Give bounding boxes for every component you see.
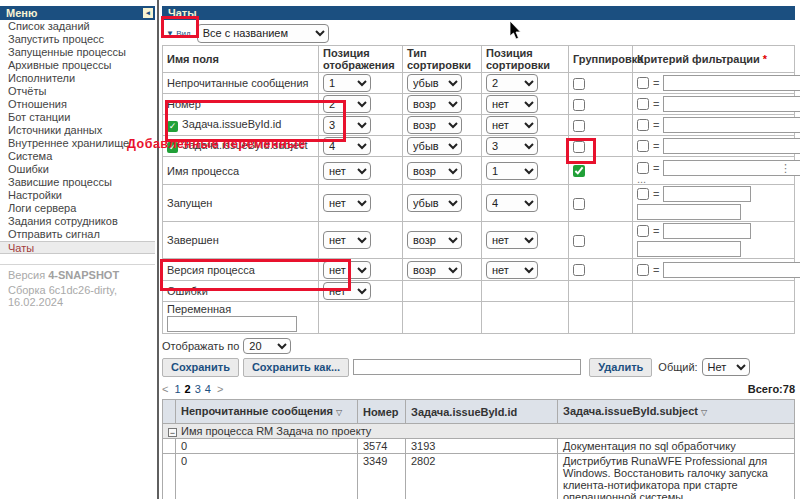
sort-indicator-icon[interactable]: ▽: [701, 408, 707, 417]
display-pos-select[interactable]: нет: [323, 282, 371, 300]
filter-from-input[interactable]: [663, 186, 751, 202]
sort-pos-select[interactable]: нет: [486, 95, 538, 113]
display-pos-select[interactable]: 4: [323, 137, 371, 155]
sidebar-item-stuck-processes[interactable]: Зависшие процессы: [0, 176, 155, 189]
sidebar-item-running-processes[interactable]: Запущенные процессы: [0, 46, 155, 59]
sidebar-item-send-signal[interactable]: Отправить сигнал: [0, 228, 155, 241]
filter-input[interactable]: [663, 138, 800, 154]
sort-type-select[interactable]: возр: [407, 95, 462, 113]
save-button[interactable]: Сохранить: [162, 358, 239, 377]
save-as-button[interactable]: Сохранить как...: [243, 358, 349, 377]
filter-to-input[interactable]: [637, 241, 741, 257]
view-select[interactable]: Все с названием: [197, 24, 329, 43]
page-link-1[interactable]: 1: [174, 383, 180, 395]
filter-checkbox[interactable]: [637, 188, 649, 200]
sort-type-select[interactable]: убыв: [407, 137, 462, 155]
sort-type-select[interactable]: убыв: [407, 74, 462, 92]
sort-type-select[interactable]: возр: [407, 261, 462, 279]
sidebar-item-task-list[interactable]: Список заданий: [0, 20, 155, 33]
sidebar-item-server-logs[interactable]: Логи сервера: [0, 202, 155, 215]
field-name: Версия процесса: [167, 264, 255, 276]
field-name: Непрочитанные сообщения: [167, 77, 309, 89]
filter-input[interactable]: [663, 117, 800, 133]
filter-from-input[interactable]: [663, 223, 751, 239]
sidebar-item-reports[interactable]: Отчёты: [0, 85, 155, 98]
sidebar-item-settings[interactable]: Настройки: [0, 189, 155, 202]
filter-checkbox[interactable]: [637, 225, 649, 237]
page-link-3[interactable]: 3: [195, 383, 201, 395]
field-row-errors: Ошибки нет: [163, 281, 795, 302]
sort-pos-select[interactable]: 3: [486, 137, 538, 155]
sort-pos-select[interactable]: 2: [486, 74, 538, 92]
variable-name-input[interactable]: [167, 316, 297, 332]
collapse-group-icon[interactable]: −: [168, 428, 177, 437]
sort-pos-select[interactable]: нет: [486, 231, 538, 249]
sort-pos-select[interactable]: нет: [486, 116, 538, 134]
col-sort-pos: Позиция сортировки: [482, 46, 569, 73]
display-pos-select[interactable]: нет: [323, 231, 371, 249]
sidebar-item-archived-processes[interactable]: Архивные процессы: [0, 59, 155, 72]
display-pos-select[interactable]: нет: [323, 261, 371, 279]
next-page-arrow[interactable]: >: [217, 383, 223, 395]
grouping-checkbox[interactable]: [573, 99, 585, 111]
delete-button[interactable]: Удалить: [589, 358, 652, 377]
grouping-checkbox[interactable]: [573, 264, 585, 276]
grouping-checkbox[interactable]: [573, 141, 585, 153]
checked-icon: ✓: [167, 142, 178, 153]
prev-page-arrow[interactable]: <: [162, 383, 168, 395]
save-as-name-input[interactable]: [353, 359, 581, 375]
grouping-checkbox[interactable]: [573, 78, 585, 90]
sidebar-item-start-process[interactable]: Запустить процесс: [0, 33, 155, 46]
filter-to-input[interactable]: [637, 204, 741, 220]
display-pos-select[interactable]: 1: [323, 74, 371, 92]
page-size-row: Отображать по 20: [162, 337, 795, 354]
sort-indicator-icon[interactable]: ▽: [336, 408, 342, 417]
shared-select[interactable]: Нет: [702, 358, 750, 376]
page-link-4[interactable]: 4: [205, 383, 211, 395]
display-pos-select[interactable]: 2: [323, 95, 371, 113]
view-toggle-link[interactable]: ▼ Вид: [166, 29, 191, 38]
sidebar-item-relations[interactable]: Отношения: [0, 98, 155, 111]
sidebar-item-executors[interactable]: Исполнители: [0, 72, 155, 85]
filter-input[interactable]: [663, 262, 800, 278]
cell-issue-id: 2802: [406, 454, 558, 499]
filter-checkbox[interactable]: [637, 264, 649, 276]
sort-pos-select[interactable]: 1: [486, 162, 538, 180]
grouping-checkbox[interactable]: [573, 235, 585, 247]
page-size-select[interactable]: 20: [243, 338, 291, 354]
filter-input[interactable]: [663, 96, 800, 112]
shared-label: Общий:: [658, 361, 697, 373]
display-pos-select[interactable]: нет: [323, 162, 371, 180]
field-name: Номер: [167, 98, 201, 110]
filter-input[interactable]: [663, 75, 800, 91]
cell-unread: 0: [176, 454, 358, 499]
sort-type-select[interactable]: возр: [407, 116, 462, 134]
filter-checkbox[interactable]: [637, 98, 649, 110]
filter-checkbox[interactable]: [637, 140, 649, 152]
sidebar-item-employee-tasks[interactable]: Задания сотрудников: [0, 215, 155, 228]
grouping-checkbox-checked[interactable]: [573, 165, 585, 177]
sort-type-select[interactable]: возр: [407, 162, 462, 180]
sidebar-item-internal-storage[interactable]: Внутреннее хранилище: [0, 137, 155, 150]
sort-type-select[interactable]: возр: [407, 231, 462, 249]
sidebar-item-data-sources[interactable]: Источники данных: [0, 124, 155, 137]
sidebar-item-errors[interactable]: Ошибки: [0, 163, 155, 176]
sidebar-item-system[interactable]: Система: [0, 150, 155, 163]
display-pos-select[interactable]: 3: [323, 116, 371, 134]
field-name: Задача.issueById.id: [182, 118, 281, 130]
equals-sign: =: [653, 225, 659, 237]
filter-checkbox[interactable]: [637, 119, 649, 131]
filter-checkbox[interactable]: [637, 162, 649, 174]
filter-checkbox[interactable]: [637, 77, 649, 89]
col-grouping: Группировка: [569, 46, 633, 73]
sidebar-collapse-button[interactable]: ◂: [143, 8, 153, 18]
display-pos-select[interactable]: нет: [323, 194, 371, 212]
sort-pos-select[interactable]: нет: [486, 261, 538, 279]
sort-pos-select[interactable]: 4: [486, 194, 538, 212]
sidebar-item-chats[interactable]: Чаты: [0, 241, 155, 254]
sort-type-select[interactable]: убыв: [407, 194, 462, 212]
sidebar-item-bot-stations[interactable]: Бот станции: [0, 111, 155, 124]
grouping-checkbox[interactable]: [573, 120, 585, 132]
kebab-menu-icon[interactable]: ⋮: [780, 162, 791, 175]
grouping-checkbox[interactable]: [573, 198, 585, 210]
